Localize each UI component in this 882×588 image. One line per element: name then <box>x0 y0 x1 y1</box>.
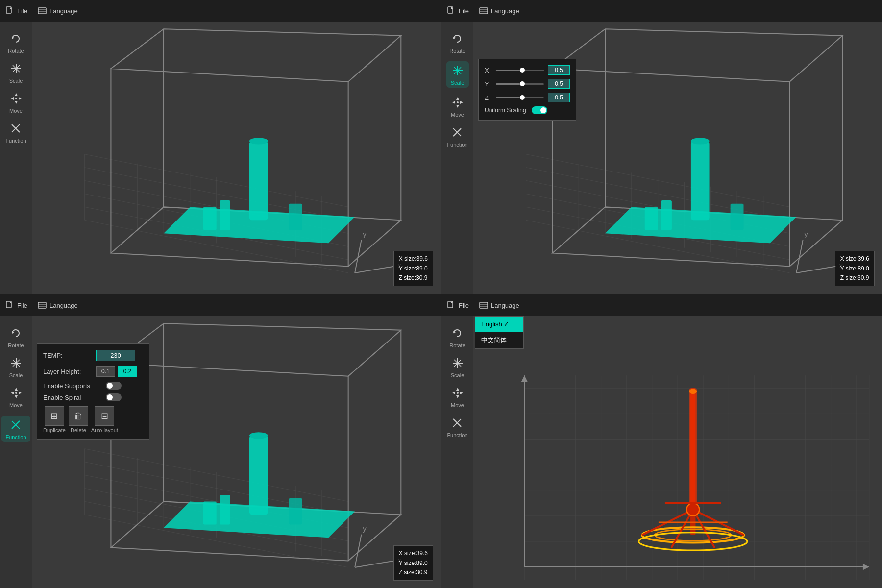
scale-btn-tr[interactable]: Scale <box>446 61 469 88</box>
scale-x-slider[interactable] <box>496 70 544 71</box>
function-popup-bl: TEMP: Layer Height: 0.1 0.2 Enable Suppo… <box>37 343 149 440</box>
file-menu-bl[interactable]: File <box>5 300 27 310</box>
svg-point-160 <box>457 392 459 394</box>
uniform-scaling-toggle[interactable] <box>532 106 547 114</box>
scale-z-label: Z <box>485 94 492 101</box>
enable-spiral-row: Enable Spiral <box>43 393 143 401</box>
temp-label: TEMP: <box>43 352 92 359</box>
function-btn-tl[interactable]: Function <box>5 121 26 144</box>
lang-chinese[interactable]: 中文简体 <box>475 332 523 348</box>
svg-line-94 <box>796 266 836 272</box>
rotate-label-br: Rotate <box>449 343 465 348</box>
svg-marker-188 <box>863 564 869 570</box>
auto-layout-btn[interactable]: ⊟ Auto layout <box>91 406 118 433</box>
svg-line-143 <box>355 561 394 567</box>
auto-layout-icon: ⊟ <box>95 406 114 426</box>
size-z-tl: Z size:30.9 <box>399 273 428 283</box>
file-icon-tl <box>5 6 15 16</box>
svg-rect-200 <box>689 388 697 503</box>
svg-point-41 <box>249 138 268 144</box>
lang-english[interactable]: English <box>475 317 523 332</box>
scale-label-tr: Scale <box>451 80 465 86</box>
svg-marker-156 <box>456 388 459 391</box>
enable-supports-toggle[interactable] <box>106 382 122 390</box>
svg-point-90 <box>691 138 710 144</box>
scale-z-input[interactable] <box>548 93 570 102</box>
layer-02-btn[interactable]: 0.2 <box>118 366 137 377</box>
duplicate-btn[interactable]: ⊞ Duplicate <box>43 406 66 433</box>
svg-rect-43 <box>220 200 230 230</box>
move-btn-tr[interactable]: Move <box>450 95 465 118</box>
rotate-btn-tl[interactable]: Rotate <box>8 31 24 54</box>
file-menu-br[interactable]: File <box>446 300 469 310</box>
left-toolbar-bl: Rotate Scale Move Function <box>0 316 32 588</box>
svg-line-144 <box>355 535 361 567</box>
scale-btn-tl[interactable]: Scale <box>9 61 24 84</box>
move-btn-bl[interactable]: Move <box>9 386 24 408</box>
rotate-btn-tr[interactable]: Rotate <box>449 31 465 54</box>
size-info-tr: X size:39.6 Y size:89.0 Z size:30.9 <box>835 251 875 286</box>
language-icon-bl <box>37 300 47 310</box>
svg-marker-9 <box>15 93 18 96</box>
scene-svg-br <box>473 316 882 588</box>
move-btn-tl[interactable]: Move <box>9 91 24 114</box>
layer-01-btn[interactable]: 0.1 <box>96 366 115 377</box>
svg-rect-89 <box>691 141 710 220</box>
move-btn-br[interactable]: Move <box>450 386 465 408</box>
scale-btn-bl[interactable]: Scale <box>9 356 24 378</box>
function-btn-tr[interactable]: Function <box>447 125 467 147</box>
scale-btn-br[interactable]: Scale <box>450 356 465 378</box>
function-icon-tl <box>8 121 23 136</box>
scene-svg-tl: x y <box>32 22 441 294</box>
language-menu-br[interactable]: Language <box>479 300 519 310</box>
language-menu-tl[interactable]: Language <box>37 6 78 16</box>
svg-marker-59 <box>456 105 459 108</box>
language-menu-bl[interactable]: Language <box>37 300 78 310</box>
file-label-br: File <box>459 302 469 309</box>
size-z-tr: Z size:30.9 <box>840 273 869 283</box>
svg-marker-11 <box>11 97 14 100</box>
function-label-tr: Function <box>447 142 467 147</box>
function-btn-br[interactable]: Function <box>447 416 467 438</box>
svg-point-62 <box>457 101 459 103</box>
language-label-br: Language <box>491 302 519 309</box>
rotate-btn-br[interactable]: Rotate <box>449 326 465 348</box>
svg-marker-158 <box>452 392 455 394</box>
scale-z-slider[interactable] <box>496 97 544 98</box>
scale-y-slider[interactable] <box>496 83 544 85</box>
panel-bottom-right: File Language English 中文简体 Rotate Scale <box>441 294 882 588</box>
svg-marker-110 <box>19 392 22 394</box>
language-label-tr: Language <box>491 7 519 15</box>
viewport-br <box>473 316 882 588</box>
delete-btn[interactable]: 🗑 Delete <box>69 406 88 433</box>
file-menu-tl[interactable]: File <box>5 6 27 16</box>
scale-y-input[interactable] <box>548 79 570 89</box>
move-label-tl: Move <box>9 108 23 114</box>
function-btn-bl[interactable]: Function <box>1 416 30 442</box>
size-y-bl: Y size:89.0 <box>399 559 428 568</box>
panel-top-left: File Language Rotate Scale Move <box>0 0 441 294</box>
rotate-btn-bl[interactable]: Rotate <box>8 326 24 348</box>
enable-spiral-toggle[interactable] <box>106 393 122 401</box>
language-icon-br <box>479 300 489 310</box>
function-icon-tr <box>450 125 465 140</box>
file-menu-tr[interactable]: File <box>446 6 469 16</box>
enable-supports-row: Enable Supports <box>43 382 143 390</box>
language-menu-tr[interactable]: Language <box>479 6 519 16</box>
temp-input[interactable] <box>96 350 135 361</box>
scale-y-label: Y <box>485 80 492 88</box>
move-icon-bl <box>9 386 24 400</box>
svg-rect-141 <box>220 495 230 525</box>
size-x-tl: X size:39.6 <box>399 254 428 264</box>
svg-marker-189 <box>521 375 528 382</box>
left-toolbar-tl: Rotate Scale Move Function <box>0 22 32 294</box>
size-info-tl: X size:39.6 Y size:89.0 Z size:30.9 <box>393 251 433 286</box>
scale-x-input[interactable] <box>548 65 570 75</box>
svg-rect-142 <box>289 498 302 525</box>
svg-marker-159 <box>460 392 463 394</box>
svg-rect-40 <box>249 141 268 220</box>
function-icon-bl <box>8 417 23 432</box>
duplicate-label: Duplicate <box>43 427 66 433</box>
svg-rect-148 <box>480 302 488 308</box>
scale-label-tl: Scale <box>9 78 23 84</box>
